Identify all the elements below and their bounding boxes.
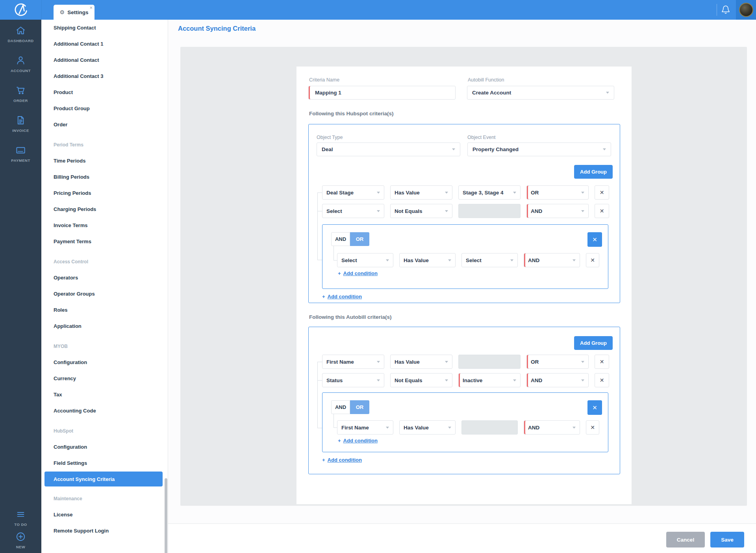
logic-select[interactable]: AND xyxy=(526,373,589,387)
rail-item-todo[interactable]: TO DO xyxy=(0,509,41,527)
toggle-or-button[interactable]: OR xyxy=(350,400,369,414)
sidebar-item-product[interactable]: Product xyxy=(41,84,168,100)
sidebar-item-additional-contact-3[interactable]: Additional Contact 3 xyxy=(41,68,168,84)
logic-select[interactable]: AND xyxy=(524,253,580,267)
add-condition-label: Add condition xyxy=(343,270,378,276)
field-select[interactable]: Status xyxy=(322,373,384,387)
add-condition-link[interactable]: +Add condition xyxy=(338,270,378,276)
operator-select[interactable]: Not Equals xyxy=(390,373,452,387)
sidebar-item-billing-periods[interactable]: Billing Periods xyxy=(41,169,168,185)
remove-condition-button[interactable]: ✕ xyxy=(595,204,609,218)
sidebar-item-field-settings[interactable]: Field Settings xyxy=(41,455,168,471)
object-event-select[interactable]: Property Changed xyxy=(467,142,611,156)
sidebar-item-additional-contact-1[interactable]: Additional Contact 1 xyxy=(41,36,168,52)
field-select[interactable]: Deal Stage xyxy=(322,185,384,200)
add-condition-link[interactable]: +Add condition xyxy=(322,294,362,300)
sidebar-item-pricing-periods[interactable]: Pricing Periods xyxy=(41,185,168,201)
sidebar-item-additional-contact[interactable]: Additional Contact xyxy=(41,52,168,68)
rail-item-new[interactable]: NEW xyxy=(0,531,41,549)
close-icon: ✕ xyxy=(592,404,597,411)
value-input-disabled xyxy=(461,420,518,435)
field-select[interactable]: Select xyxy=(337,253,393,267)
chevron-down-icon xyxy=(581,192,584,194)
remove-condition-button[interactable]: ✕ xyxy=(595,373,609,387)
sidebar-item-time-periods[interactable]: Time Periods xyxy=(41,153,168,169)
sidebar-item-currency[interactable]: Currency xyxy=(41,370,168,387)
operator-select[interactable]: Has Value xyxy=(399,253,456,267)
notifications-bell-icon[interactable] xyxy=(721,5,730,15)
field-select[interactable]: Select xyxy=(322,204,384,218)
action-footer: Cancel Save xyxy=(168,523,756,553)
add-condition-link[interactable]: +Add condition xyxy=(338,438,378,444)
sidebar-item-operators[interactable]: Operators xyxy=(41,270,168,286)
sidebar-item-order[interactable]: Order xyxy=(41,117,168,133)
rail-item-dashboard[interactable]: DASHBOARD xyxy=(0,25,41,43)
value-value: Inactive xyxy=(463,377,482,383)
chevron-down-icon xyxy=(386,427,389,429)
sidebar-item-invoice-terms[interactable]: Invoice Terms xyxy=(41,217,168,233)
operator-select[interactable]: Not Equals xyxy=(390,204,452,218)
cancel-button[interactable]: Cancel xyxy=(666,532,705,547)
remove-condition-button[interactable]: ✕ xyxy=(595,355,609,369)
rail-item-invoice[interactable]: INVOICE xyxy=(0,115,41,133)
autobill-function-select[interactable]: Create Account xyxy=(467,86,614,100)
sidebar-item-account-syncing-criteria[interactable]: Account Syncing Criteria xyxy=(44,472,163,486)
field-value: Deal Stage xyxy=(326,190,354,196)
logic-select[interactable]: AND xyxy=(526,204,589,218)
sidebar-item-myob-configuration[interactable]: Configuration xyxy=(41,354,168,370)
sidebar-section-maintenance: Maintenance xyxy=(41,490,168,507)
operator-select[interactable]: Has Value xyxy=(399,420,456,435)
add-condition-link[interactable]: +Add condition xyxy=(322,457,362,463)
field-select[interactable]: First Name xyxy=(322,355,384,369)
toggle-or-button[interactable]: OR xyxy=(350,232,369,246)
toggle-and-button[interactable]: AND xyxy=(331,232,350,246)
sidebar-item-roles[interactable]: Roles xyxy=(41,302,168,318)
criteria-name-input[interactable] xyxy=(308,86,456,100)
app-window: ⚙ Settings × DASHBOARD ACCOUNT ORDER xyxy=(0,0,756,553)
sidebar-item-application[interactable]: Application xyxy=(41,318,168,334)
value-select[interactable]: Select xyxy=(461,253,518,267)
object-type-value: Deal xyxy=(322,146,333,152)
sidebar-item-shipping-contact[interactable]: Shipping Contact xyxy=(41,20,168,36)
sidebar-item-operator-groups[interactable]: Operator Groups xyxy=(41,286,168,302)
remove-group-button[interactable]: ✕ xyxy=(587,400,602,415)
sidebar-item-remote-support-login[interactable]: Remote Support Login xyxy=(41,523,168,539)
object-type-select[interactable]: Deal xyxy=(317,142,460,156)
toggle-and-button[interactable]: AND xyxy=(331,400,350,414)
sidebar-scrollbar[interactable] xyxy=(165,478,167,553)
operator-select[interactable]: Has Value xyxy=(390,355,452,369)
chevron-down-icon xyxy=(581,210,584,212)
sidebar-item-payment-terms[interactable]: Payment Terms xyxy=(41,233,168,250)
value-select[interactable]: Stage 3, Stage 4 xyxy=(458,185,521,200)
remove-group-button[interactable]: ✕ xyxy=(587,232,602,247)
rail-item-payment[interactable]: PAYMENT xyxy=(0,145,41,163)
value-select[interactable]: Inactive xyxy=(458,373,521,387)
logic-select[interactable]: AND xyxy=(524,420,580,435)
save-button[interactable]: Save xyxy=(710,532,744,547)
sidebar-item-product-group[interactable]: Product Group xyxy=(41,100,168,117)
app-logo[interactable] xyxy=(0,0,42,20)
add-group-button[interactable]: Add Group xyxy=(574,165,613,179)
remove-condition-button[interactable]: ✕ xyxy=(586,420,599,435)
field-select[interactable]: First Name xyxy=(337,420,393,435)
rail-item-account[interactable]: ACCOUNT xyxy=(0,55,41,73)
operator-select[interactable]: Has Value xyxy=(390,185,452,200)
logic-select[interactable]: OR xyxy=(526,185,589,200)
rail-item-label: PAYMENT xyxy=(11,158,30,163)
tab-close-icon[interactable]: × xyxy=(89,5,93,10)
remove-condition-button[interactable]: ✕ xyxy=(595,185,609,200)
sidebar-item-hubspot-configuration[interactable]: Configuration xyxy=(41,439,168,455)
chevron-down-icon xyxy=(448,427,451,429)
sidebar-item-license[interactable]: License xyxy=(41,507,168,523)
rail-item-order[interactable]: ORDER xyxy=(0,85,41,103)
user-menu[interactable] xyxy=(736,0,756,20)
tab-settings[interactable]: ⚙ Settings × xyxy=(54,5,94,20)
sidebar-item-tax[interactable]: Tax xyxy=(41,387,168,403)
add-group-button[interactable]: Add Group xyxy=(574,336,613,350)
chevron-down-icon xyxy=(445,361,448,363)
sidebar-item-charging-periods[interactable]: Charging Periods xyxy=(41,201,168,217)
sidebar-item-accounting-code[interactable]: Accounting Code xyxy=(41,403,168,419)
logic-select[interactable]: OR xyxy=(526,355,589,369)
operator-value: Has Value xyxy=(395,359,420,365)
remove-condition-button[interactable]: ✕ xyxy=(586,253,599,267)
